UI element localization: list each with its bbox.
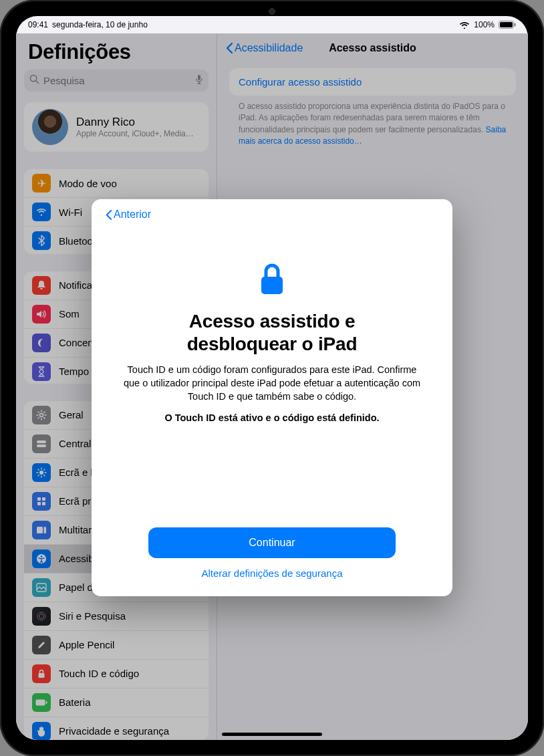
battery-percent: 100% — [474, 20, 495, 29]
chevron-left-icon — [105, 209, 112, 221]
sheet-back-button[interactable]: Anterior — [105, 209, 151, 221]
assisted-access-unlock-sheet: Anterior Acesso assistido e desbloquear … — [92, 199, 452, 596]
sheet-back-label: Anterior — [114, 209, 151, 221]
svg-rect-2 — [515, 23, 516, 27]
ipad-frame: 09:41 segunda-feira, 10 de junho 100% De… — [0, 0, 544, 756]
camera-dot — [269, 8, 275, 15]
change-security-settings-link[interactable]: Alterar definições de segurança — [202, 568, 343, 579]
sheet-title: Acesso assistido e desbloquear o iPad — [187, 310, 358, 355]
sheet-status-line: O Touch ID está ativo e o código está de… — [164, 412, 379, 423]
sheet-paragraph: Touch ID e um código foram configurados … — [118, 363, 426, 403]
svg-rect-1 — [500, 22, 513, 27]
status-date: segunda-feira, 10 de junho — [52, 20, 148, 29]
lock-icon — [257, 262, 287, 299]
svg-rect-24 — [261, 277, 283, 294]
wifi-icon — [459, 21, 470, 29]
sheet-title-line2: desbloquear o iPad — [187, 334, 358, 354]
continue-button[interactable]: Continuar — [148, 527, 396, 558]
battery-icon — [499, 21, 516, 29]
screen: 09:41 segunda-feira, 10 de junho 100% De… — [16, 16, 528, 740]
sheet-title-line1: Acesso assistido e — [189, 311, 356, 332]
status-time: 09:41 — [28, 20, 48, 29]
status-bar: 09:41 segunda-feira, 10 de junho 100% — [16, 16, 528, 33]
home-indicator[interactable] — [222, 733, 322, 736]
